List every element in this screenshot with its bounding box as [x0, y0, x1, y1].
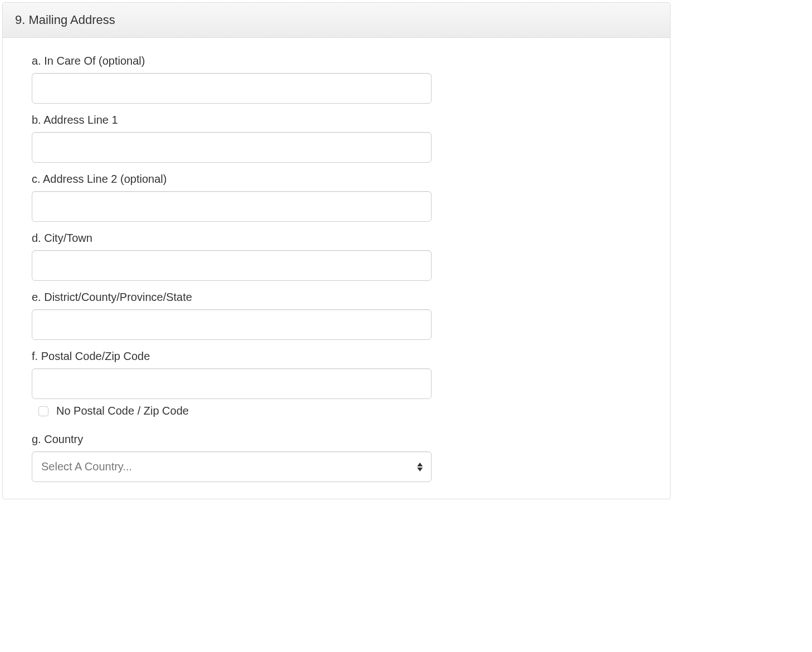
- district-state-group: e. District/County/Province/State: [32, 291, 642, 340]
- panel-heading: 9. Mailing Address: [3, 3, 670, 38]
- postal-code-label: f. Postal Code/Zip Code: [32, 350, 642, 363]
- address-line-2-input[interactable]: [32, 191, 432, 222]
- address-line-1-label: b. Address Line 1: [32, 114, 642, 126]
- in-care-of-input[interactable]: [32, 73, 432, 104]
- section-title: 9. Mailing Address: [15, 13, 658, 27]
- no-postal-code-label: No Postal Code / Zip Code: [56, 405, 189, 417]
- panel-body: a. In Care Of (optional) b. Address Line…: [3, 38, 670, 499]
- address-line-2-group: c. Address Line 2 (optional): [32, 173, 642, 222]
- address-line-1-input[interactable]: [32, 132, 432, 163]
- country-group: g. Country Select A Country...: [32, 433, 642, 482]
- country-select-wrapper: Select A Country...: [32, 451, 432, 482]
- no-postal-code-row: No Postal Code / Zip Code: [32, 405, 642, 417]
- no-postal-code-checkbox[interactable]: [38, 406, 48, 416]
- postal-code-group: f. Postal Code/Zip Code No Postal Code /…: [32, 350, 642, 417]
- in-care-of-group: a. In Care Of (optional): [32, 55, 642, 104]
- city-town-input[interactable]: [32, 250, 432, 281]
- address-line-1-group: b. Address Line 1: [32, 114, 642, 163]
- city-town-label: d. City/Town: [32, 232, 642, 245]
- district-state-label: e. District/County/Province/State: [32, 291, 642, 304]
- city-town-group: d. City/Town: [32, 232, 642, 281]
- mailing-address-panel: 9. Mailing Address a. In Care Of (option…: [2, 2, 671, 499]
- district-state-input[interactable]: [32, 309, 432, 340]
- in-care-of-label: a. In Care Of (optional): [32, 55, 642, 67]
- country-select[interactable]: Select A Country...: [32, 451, 432, 482]
- country-label: g. Country: [32, 433, 642, 446]
- address-line-2-label: c. Address Line 2 (optional): [32, 173, 642, 186]
- postal-code-input[interactable]: [32, 368, 432, 399]
